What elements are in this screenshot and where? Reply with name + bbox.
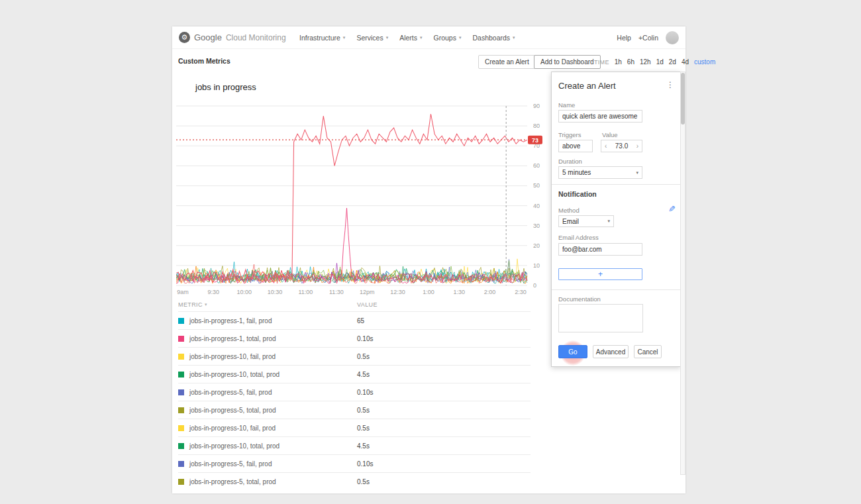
table-row[interactable]: jobs-in-progress-5, total, prod0.5s <box>178 401 531 419</box>
duration-select[interactable]: 5 minutes ▾ <box>558 166 642 179</box>
table-row[interactable]: jobs-in-progress-5, fail, prod0.10s <box>178 383 531 401</box>
edit-pencil-icon[interactable]: ✎ <box>668 204 676 214</box>
time-range-controls: TIME 1h6h12h1d2d4d custom <box>594 58 715 66</box>
metric-name: jobs-in-progress-5, fail, prod <box>189 389 272 396</box>
metric-name: jobs-in-progress-1, total, prod <box>189 335 276 342</box>
metric-name: jobs-in-progress-5, fail, prod <box>189 460 272 468</box>
nav-item-alerts[interactable]: Alerts▾ <box>399 34 422 42</box>
add-to-dashboard-button[interactable]: Add to Dashboard <box>534 55 601 69</box>
table-header: METRIC ▾ VALUE <box>178 297 531 311</box>
app-header: ⚙ Google Cloud Monitoring Infrastructure… <box>172 26 685 49</box>
nav-item-label: Services <box>356 34 383 42</box>
time-label: TIME <box>594 59 609 66</box>
alert-name-input[interactable] <box>558 110 642 123</box>
kebab-menu-icon[interactable]: ⋮ <box>664 80 676 89</box>
table-row[interactable]: jobs-in-progress-10, total, prod4.5s <box>178 365 531 383</box>
documentation-textarea[interactable] <box>558 304 643 332</box>
nav-item-dashboards[interactable]: Dashboards▾ <box>472 34 515 42</box>
chevron-right-icon[interactable]: › <box>636 142 638 150</box>
time-range-6h[interactable]: 6h <box>627 58 634 66</box>
panel-title: Create an Alert <box>558 81 616 91</box>
nav-item-groups[interactable]: Groups▾ <box>434 34 462 42</box>
user-link[interactable]: +Colin <box>638 34 658 42</box>
method-label: Method <box>558 207 580 214</box>
cancel-button[interactable]: Cancel <box>634 345 662 358</box>
logo-product-text: Cloud Monitoring <box>226 33 286 42</box>
advanced-button[interactable]: Advanced <box>593 345 629 358</box>
svg-text:30: 30 <box>533 223 540 229</box>
svg-text:1:00: 1:00 <box>423 289 434 295</box>
chevron-down-icon: ▾ <box>420 35 423 40</box>
metric-name: jobs-in-progress-10, total, prod <box>189 371 279 378</box>
svg-text:12pm: 12pm <box>360 289 375 295</box>
metric-value: 0.5s <box>357 353 370 360</box>
chevron-left-icon[interactable]: ‹ <box>605 142 607 150</box>
panel-scrollbar-thumb[interactable] <box>681 73 685 125</box>
table-row[interactable]: jobs-in-progress-5, fail, prod0.10s <box>178 454 531 472</box>
svg-text:90: 90 <box>533 103 540 109</box>
metric-value: 0.5s <box>357 407 370 414</box>
svg-text:10:00: 10:00 <box>236 289 252 295</box>
series-color-swatch <box>178 336 184 342</box>
time-range-custom[interactable]: custom <box>694 58 715 66</box>
panel-scrollbar-track[interactable] <box>680 72 685 475</box>
table-row[interactable]: jobs-in-progress-10, fail, prod0.5s <box>178 419 531 436</box>
gear-logo-icon: ⚙ <box>179 32 190 43</box>
time-range-1d[interactable]: 1d <box>656 58 664 66</box>
svg-text:73: 73 <box>532 137 538 144</box>
duration-value: 5 minutes <box>562 169 591 176</box>
sort-caret-icon: ▾ <box>205 302 207 307</box>
column-header-value: VALUE <box>357 301 378 308</box>
avatar[interactable] <box>666 31 679 44</box>
value-stepper[interactable]: ‹ 73.0 › <box>601 140 642 152</box>
svg-text:20: 20 <box>533 242 540 249</box>
trigger-condition-input[interactable] <box>558 140 593 152</box>
table-row[interactable]: jobs-in-progress-5, total, prod0.5s <box>178 472 531 490</box>
table-row[interactable]: jobs-in-progress-10, fail, prod0.5s <box>178 347 531 365</box>
time-range-list: 1h6h12h1d2d4d <box>615 58 689 66</box>
method-select[interactable]: Email ▾ <box>558 215 614 227</box>
table-row[interactable]: jobs-in-progress-10, total, prod4.5s <box>178 436 531 454</box>
help-link[interactable]: Help <box>617 34 631 42</box>
nav-item-infrastructure[interactable]: Infrastructure▾ <box>299 34 345 42</box>
time-range-4d[interactable]: 4d <box>682 58 689 66</box>
svg-text:50: 50 <box>533 182 540 189</box>
svg-text:2:30: 2:30 <box>515 289 527 295</box>
svg-text:80: 80 <box>533 123 540 129</box>
metric-value: 65 <box>357 317 364 325</box>
svg-text:11:00: 11:00 <box>299 289 313 295</box>
add-notification-button[interactable]: + <box>558 268 642 280</box>
chart-title: jobs in progress <box>195 82 256 92</box>
create-alert-panel: Create an Alert ⋮ Name Triggers Value ‹ … <box>551 72 681 367</box>
metric-value: 4.5s <box>357 371 370 378</box>
time-range-12h[interactable]: 12h <box>640 58 651 66</box>
metric-name: jobs-in-progress-10, total, prod <box>189 442 279 450</box>
nav-item-label: Groups <box>434 34 456 42</box>
nav-item-services[interactable]: Services▾ <box>356 34 388 42</box>
table-row[interactable]: jobs-in-progress-1, total, prod0.10s <box>178 329 531 347</box>
series-color-swatch <box>178 389 184 395</box>
metrics-chart[interactable]: 01020304050607080909am9:3010:0010:3011:0… <box>176 101 559 297</box>
metric-value: 0.10s <box>357 460 373 468</box>
divider <box>552 289 680 290</box>
time-range-1h[interactable]: 1h <box>615 58 622 66</box>
metric-value: 0.10s <box>357 335 373 342</box>
page-background: ⚙ Google Cloud Monitoring Infrastructure… <box>0 0 861 504</box>
logo-google-text: Google <box>194 32 222 42</box>
series-color-swatch <box>178 479 184 485</box>
go-button[interactable]: Go <box>558 345 587 358</box>
create-alert-button[interactable]: Create an Alert <box>478 55 536 69</box>
table-row[interactable]: jobs-in-progress-1, fail, prod65 <box>178 311 531 329</box>
metrics-table: METRIC ▾ VALUE jobs-in-progress-1, fail,… <box>178 297 531 490</box>
email-address-input[interactable] <box>558 243 642 256</box>
value-amount: 73.0 <box>615 142 628 150</box>
nav-item-label: Alerts <box>399 34 417 42</box>
time-range-2d[interactable]: 2d <box>669 58 676 66</box>
metric-name: jobs-in-progress-5, total, prod <box>189 407 276 414</box>
svg-text:0: 0 <box>533 282 536 289</box>
logo: ⚙ Google Cloud Monitoring <box>179 32 286 43</box>
metric-column-label: METRIC <box>178 301 203 308</box>
metric-name: jobs-in-progress-10, fail, prod <box>189 353 276 360</box>
column-header-metric[interactable]: METRIC ▾ <box>178 301 207 308</box>
svg-text:10:30: 10:30 <box>268 289 283 295</box>
